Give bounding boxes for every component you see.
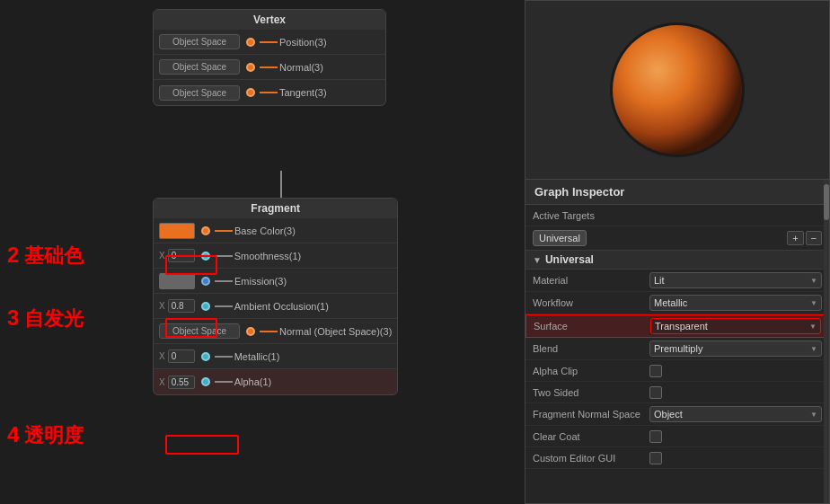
ao-line [215,305,233,307]
inspector-body: Active Targets Universal + − ▼ Universal [525,205,829,469]
alpha-clip-checkbox[interactable] [649,365,662,377]
add-target-button[interactable]: + [787,231,803,245]
inspector-scrollbar-thumb [824,184,829,220]
blend-label: Blend [533,343,649,354]
vertex-normal-port: Object Space [159,59,240,75]
fragment-node: Fragment Base Color(3) X 0 Smoot [153,198,398,402]
remove-target-button[interactable]: − [806,231,822,245]
fragment-normal-space-dropdown[interactable]: Object ▼ [649,406,822,422]
vertex-tangent-label: Tangent(3) [279,87,380,98]
basecolor-connector [201,226,210,235]
alpha-clip-label: Alpha Clip [533,366,649,376]
fragment-basecolor-row: Base Color(3) [154,218,397,243]
metallic-line [215,356,233,358]
smoothness-connector [201,252,210,261]
ao-xfield: X 0.8 [159,299,195,313]
vertex-position-line [260,41,278,43]
fragment-normal-space-label: Fragment Normal Space [533,409,649,420]
material-value: Lit [654,275,665,286]
metallic-label: Metallic(1) [234,351,393,362]
fragment-normal-space-value: Object [654,409,683,420]
ao-label: Ambient Occlusion(1) [234,301,393,312]
vertex-normal-connector [246,63,255,72]
universal-chip[interactable]: Universal [533,230,587,246]
vertex-position-port: Object Space [159,34,240,49]
active-targets-label: Active Targets [533,210,649,221]
fragment-header: Fragment [154,199,397,218]
two-sided-checkbox[interactable] [649,386,662,399]
surface-dropdown[interactable]: Transparent ▼ [650,318,821,334]
section-triangle-icon: ▼ [533,255,542,265]
material-dropdown-arrow: ▼ [810,277,817,285]
base-color-swatch[interactable] [159,223,195,239]
alpha-xfield: X 0.55 [159,376,195,389]
vertex-node-box: Vertex Object Space Position(3) Object S… [153,9,386,106]
blend-dropdown-arrow: ▼ [810,345,817,353]
fragment-metallic-row: X 0 Metallic(1) [154,344,397,369]
workflow-value: Metallic [654,297,687,308]
vertex-header: Vertex [154,10,385,30]
ao-connector [201,302,210,311]
emission-connector [201,277,210,286]
emission-label: Emission(3) [234,276,392,287]
inspector-header: Graph Inspector [525,180,829,205]
surface-label: Surface [534,321,650,332]
surface-value: Transparent [655,321,708,332]
fragment-normal-row: Object Space Normal (Object Space)(3) [154,319,397,344]
active-targets-row: Active Targets [525,205,829,226]
annotation-alpha: 4 透明度 [7,422,84,449]
alpha-clip-row: Alpha Clip [525,360,829,382]
preview-area [525,0,830,180]
workflow-dropdown-arrow: ▼ [810,299,817,307]
smoothness-label: Smoothness(1) [234,251,393,261]
universal-section-title: Universal [545,253,594,266]
fragment-alpha-row: X 0.55 Alpha(1) [154,369,397,394]
workflow-label: Workflow [533,297,649,308]
metallic-value[interactable]: 0 [168,349,195,363]
blend-dropdown[interactable]: Premultiply ▼ [649,340,822,357]
vertex-tangent-port: Object Space [159,85,240,101]
clear-coat-row: Clear Coat [525,426,829,447]
material-row: Material Lit ▼ [525,270,829,292]
normal-line [260,331,278,332]
smoothness-value[interactable]: 0 [168,249,195,262]
basecolor-line [215,230,233,232]
custom-editor-gui-checkbox[interactable] [649,452,662,464]
inspector-scrollbar[interactable] [824,180,829,503]
material-dropdown[interactable]: Lit ▼ [649,272,822,288]
alpha-label: Alpha(1) [234,376,393,387]
left-panel: 2 基础色 3 自发光 4 透明度 Vertex Object Space Po… [0,0,525,504]
blend-value: Premultiply [654,343,702,354]
normal-connector [246,327,255,336]
vertex-position-label: Position(3) [279,37,380,48]
main-container: 2 基础色 3 自发光 4 透明度 Vertex Object Space Po… [0,0,830,504]
surface-dropdown-arrow: ▼ [809,323,817,331]
emission-line [215,280,233,282]
fragment-normal-space-arrow: ▼ [810,411,817,419]
svg-point-1 [613,25,742,155]
vertex-normal-line [260,66,278,68]
ao-value[interactable]: 0.8 [168,299,195,313]
material-label: Material [533,275,649,286]
workflow-dropdown[interactable]: Metallic ▼ [649,295,822,311]
blend-row: Blend Premultiply ▼ [525,338,829,360]
alpha-connector [201,377,210,386]
vertex-position-row: Object Space Position(3) [154,30,385,55]
workflow-row: Workflow Metallic ▼ [525,292,829,314]
annotation-base-color: 2 基础色 [7,243,84,270]
fragment-emission-row: Emission(3) [154,269,397,294]
vertex-node: Vertex Object Space Position(3) Object S… [153,9,386,113]
red-outline-alpha [165,435,239,455]
clear-coat-label: Clear Coat [533,431,649,442]
fragment-node-box: Fragment Base Color(3) X 0 Smoot [153,198,398,395]
fragment-smoothness-row: X 0 Smoothness(1) [154,243,397,269]
metallic-connector [201,352,210,361]
custom-editor-gui-label: Custom Editor GUI [533,453,649,464]
alpha-value[interactable]: 0.55 [168,376,195,389]
universal-section-header: ▼ Universal [525,251,829,270]
vertex-tangent-line [260,92,278,93]
two-sided-label: Two Sided [533,387,649,398]
emission-swatch[interactable] [159,273,195,289]
clear-coat-checkbox[interactable] [649,430,662,443]
inspector-panel: Graph Inspector Active Targets Universal… [525,180,830,504]
